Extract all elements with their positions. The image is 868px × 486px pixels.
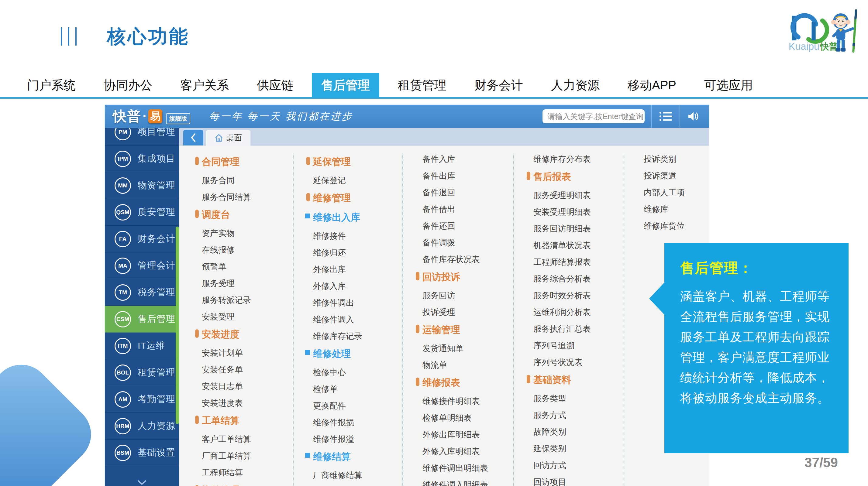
sidebar-item-4[interactable]: FA财务会计 [105,226,179,252]
menu-item[interactable]: 维修库 [644,204,709,215]
menu-item[interactable]: 维修件调出 [313,297,402,308]
nav-tab-9[interactable]: 可选应用 [695,73,762,97]
menu-item[interactable]: 外修出库 [313,264,402,275]
menu-item[interactable]: 安装进度表 [202,398,293,409]
sidebar-item-9[interactable]: BOL租赁管理 [105,359,179,386]
menu-item[interactable]: 服务回访 [423,290,513,301]
menu-item[interactable]: 客户工单结算 [202,434,293,445]
menu-section-header[interactable]: 维修管理 [313,192,402,204]
menu-item[interactable]: 机器清单状况表 [533,240,624,251]
menu-item[interactable]: 检修单明细表 [423,413,513,423]
sidebar-scroll-down-icon[interactable] [135,480,149,485]
search-input[interactable] [547,112,645,121]
menu-item[interactable]: 安装日志单 [202,381,293,392]
menu-item[interactable]: 工程师结算 [202,467,293,478]
menu-subsection-header[interactable]: 维修结算 [313,450,402,463]
menu-item[interactable]: 发货通知单 [423,343,513,354]
nav-tab-2[interactable]: 客户关系 [171,73,238,97]
speaker-icon[interactable] [687,109,701,124]
menu-section-header[interactable]: 换件管理 [202,484,293,486]
menu-section-header[interactable]: 回访投诉 [423,271,513,283]
menu-section-header[interactable]: 基础资料 [533,374,624,386]
menu-item[interactable]: 维修件调入明细表 [423,479,513,486]
menu-item[interactable]: 检修单 [313,384,402,395]
menu-item[interactable]: 回访项目 [533,477,624,486]
menu-item[interactable]: 服务受理 [202,278,293,289]
nav-tab-0[interactable]: 门户系统 [18,73,85,97]
menu-item[interactable]: 备件还回 [423,221,513,231]
nav-tab-8[interactable]: 移动APP [618,73,686,97]
menu-section-header[interactable]: 调度台 [202,208,293,221]
sidebar-item-1[interactable]: IPM集成项目 [105,145,179,172]
menu-item[interactable]: 备件调拨 [423,237,513,248]
menu-item[interactable]: 服务转派记录 [202,295,293,305]
menu-item[interactable]: 投诉类别 [644,154,709,165]
sidebar-item-11[interactable]: HRM人力资源 [105,413,179,440]
menu-item[interactable]: 内部人工项 [644,187,709,198]
menu-item[interactable]: 故障类别 [533,426,624,438]
menu-item[interactable]: 运维利润分析表 [533,307,624,318]
menu-item[interactable]: 备件出库 [423,170,513,181]
menu-item[interactable]: 安装受理明细表 [533,206,624,218]
menu-item[interactable]: 备件入库 [423,154,513,165]
menu-subsection-header[interactable]: 维修出入库 [313,211,402,224]
menu-item[interactable]: 安装任务单 [202,364,293,375]
sidebar-item-2[interactable]: MM物资管理 [105,172,179,199]
menu-section-header[interactable]: 延保管理 [313,156,402,168]
menu-item[interactable]: 预警单 [202,261,293,272]
nav-tab-1[interactable]: 协同办公 [94,73,162,97]
menu-item[interactable]: 维修件报溢 [313,434,402,445]
menu-item[interactable]: 维修接件明细表 [423,396,513,407]
menu-item[interactable]: 服务合同 [202,175,293,186]
tab-desktop[interactable]: 桌面 [206,130,251,145]
nav-tab-5[interactable]: 租赁管理 [389,73,456,97]
back-button[interactable] [183,130,203,145]
menu-item[interactable]: 物流单 [423,360,513,370]
nav-tab-4[interactable]: 售后管理 [312,73,379,97]
menu-item[interactable]: 维修库存记录 [313,331,402,342]
sidebar-item-3[interactable]: QSM质安管理 [105,199,179,226]
sidebar-item-8[interactable]: ITMIT运维 [105,333,179,359]
menu-item[interactable]: 备件退回 [423,187,513,198]
global-search-box[interactable] [542,109,645,123]
menu-item[interactable]: 检修中心 [313,367,402,378]
menu-item[interactable]: 更换配件 [313,400,402,411]
menu-item[interactable]: 备件库存状况表 [423,254,513,265]
sidebar-item-7[interactable]: CSM售后管理 [105,306,179,333]
menu-item[interactable]: 工程师结算报表 [533,257,624,268]
menu-item[interactable]: 投诉渠道 [644,170,709,181]
sidebar-item-12[interactable]: BSM基础设置 [105,440,179,466]
menu-item[interactable]: 服务回访明细表 [533,223,624,234]
menu-item[interactable]: 服务类型 [533,393,624,404]
menu-section-header[interactable]: 合同管理 [202,156,293,168]
menu-item[interactable]: 厂商工单结算 [202,450,293,461]
menu-item[interactable]: 回访方式 [533,460,624,471]
menu-item[interactable]: 维修件调入 [313,314,402,325]
menu-item[interactable]: 延保登记 [313,175,402,186]
nav-tab-7[interactable]: 人力资源 [541,73,609,97]
menu-item[interactable]: 服务时效分析表 [533,290,624,301]
menu-section-header[interactable]: 运输管理 [423,323,513,336]
sidebar-scroll-up-icon[interactable] [135,128,149,133]
sidebar-scrollbar[interactable] [176,227,179,424]
menu-section-header[interactable]: 安装进度 [202,328,293,341]
menu-item[interactable]: 服务受理明细表 [533,190,624,201]
menu-item[interactable]: 维修接件 [313,231,402,241]
menu-subsection-header[interactable]: 维修处理 [313,348,402,360]
menu-item[interactable]: 外修入库 [313,281,402,292]
menu-item[interactable]: 维修归还 [313,247,402,258]
nav-tab-3[interactable]: 供应链 [247,73,303,97]
menu-item[interactable]: 在线报修 [202,245,293,255]
menu-item[interactable]: 外修入库明细表 [423,446,513,457]
menu-item[interactable]: 维修库存分布表 [533,154,624,165]
menu-item[interactable]: 维修件调出明细表 [423,463,513,474]
menu-item[interactable]: 安装受理 [202,311,293,322]
menu-item[interactable]: 序列号状况表 [533,357,624,368]
menu-item[interactable]: 外修出库明细表 [423,429,513,440]
menu-item[interactable]: 服务执行汇总表 [533,323,624,334]
menu-item[interactable]: 序列号追溯 [533,340,624,351]
menu-section-header[interactable]: 工单结算 [202,414,293,427]
menu-item[interactable]: 备件借出 [423,204,513,215]
menu-item[interactable]: 服务合同结算 [202,192,293,203]
sidebar-item-10[interactable]: AM考勤管理 [105,386,179,413]
